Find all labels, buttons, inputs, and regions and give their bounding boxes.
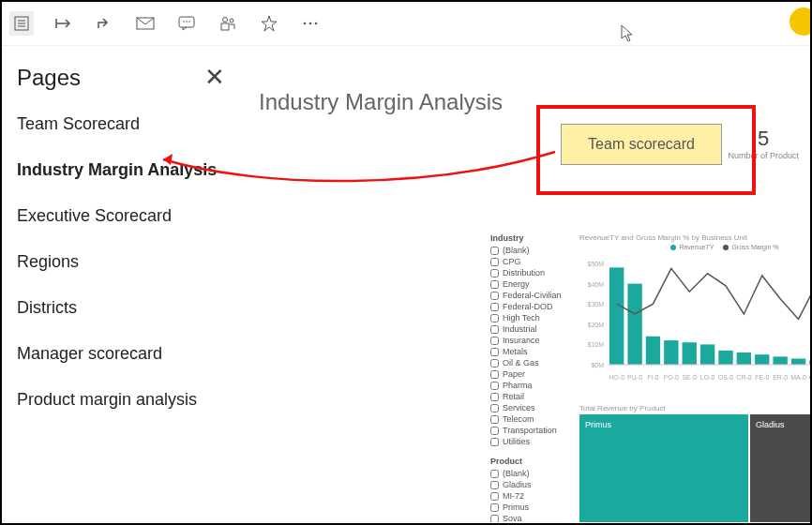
industry-filter-title: Industry [490,233,575,243]
checkbox[interactable] [490,382,499,390]
svg-text:MA-0: MA-0 [790,374,806,381]
industry-option[interactable]: Telecom [490,413,575,425]
checkbox[interactable] [490,258,499,266]
favorite-icon[interactable] [257,11,281,36]
teams-icon[interactable] [216,11,240,36]
checkbox[interactable] [490,303,499,311]
industry-filter: Industry (Blank)CPGDistributionEnergyFed… [490,233,575,522]
checkbox[interactable] [490,492,499,501]
industry-option[interactable]: Industrial [490,323,575,335]
option-label: MI-72 [503,490,524,502]
chat-icon[interactable] [174,11,199,36]
checkbox[interactable] [490,359,499,368]
export-icon[interactable] [51,11,75,36]
treemap-title: Total Revenue by Product [579,404,810,412]
industry-option[interactable]: Pharma [490,380,575,391]
checkbox[interactable] [490,292,499,300]
option-label: Industrial [503,323,537,335]
svg-rect-30 [627,284,641,365]
product-option[interactable]: MI-72 [490,490,575,502]
checkbox[interactable] [490,503,499,512]
checkbox[interactable] [490,515,499,523]
industry-option[interactable]: Federal-DOD [490,301,575,312]
page-item-team-scorecard[interactable]: Team Scorecard [2,101,240,147]
page-item-executive-scorecard[interactable]: Executive Scorecard [2,193,240,239]
industry-option[interactable]: Oil & Gas [490,357,575,368]
option-label: CPG [503,256,521,267]
product-option[interactable]: Gladius [490,479,575,490]
option-label: Metals [503,346,528,357]
mail-icon[interactable] [133,11,158,36]
combo-chart-svg: $50M$40M$30M$20M$10M$0M80%60%40%20%0%-20… [579,254,810,385]
checkbox[interactable] [490,337,499,345]
page-item-manager-scorecard[interactable]: Manager scorecard [2,331,240,377]
page-item-regions[interactable]: Regions [2,239,240,285]
option-label: Pharma [503,380,533,391]
pages-pane-button[interactable] [9,11,34,36]
industry-option[interactable]: Distribution [490,267,575,278]
combo-chart[interactable]: RevenueTY and Gross Margin % by Business… [579,233,810,389]
more-icon[interactable] [298,11,323,36]
industry-option[interactable]: Transportation [490,425,575,436]
product-option[interactable]: Sova [490,513,575,522]
svg-point-12 [230,19,233,22]
industry-option[interactable]: Services [490,402,575,413]
page-item-industry-margin[interactable]: Industry Margin Analysis [2,147,240,193]
checkbox[interactable] [490,393,499,401]
checkbox[interactable] [490,269,499,278]
industry-option[interactable]: CPG [490,256,575,267]
checkbox[interactable] [490,325,499,334]
treemap-chart[interactable]: Total Revenue by Product PrimusGladius(B… [579,404,810,522]
svg-text:CR-0: CR-0 [736,374,751,381]
svg-point-14 [304,22,307,25]
checkbox[interactable] [490,247,499,255]
industry-option[interactable]: Retail [490,391,575,402]
checkbox[interactable] [490,481,499,489]
product-option[interactable]: (Blank) [490,468,575,479]
svg-text:FE-0: FE-0 [755,374,769,381]
svg-rect-35 [718,351,732,365]
svg-rect-39 [791,359,805,365]
legend-margin: Gross Margin % [731,244,778,250]
industry-option[interactable]: Federal-Civilian [490,290,575,301]
svg-rect-13 [221,23,229,30]
checkbox[interactable] [490,280,499,289]
svg-text:Primus: Primus [585,420,612,429]
svg-rect-33 [683,342,697,365]
page-item-districts[interactable]: Districts [2,285,240,331]
checkbox[interactable] [490,415,499,424]
svg-rect-37 [755,354,769,365]
product-filter-title: Product [490,457,575,466]
industry-option[interactable]: Insurance [490,335,575,346]
svg-text:$40M: $40M [587,281,604,288]
industry-option[interactable]: Energy [490,278,575,290]
checkbox[interactable] [490,370,499,379]
svg-rect-76 [579,414,748,522]
avatar[interactable] [789,8,812,36]
checkbox[interactable] [490,470,499,478]
option-label: Oil & Gas [503,357,539,368]
option-label: Distribution [503,267,545,278]
option-label: Primus [503,502,529,513]
svg-point-8 [183,21,185,22]
checkbox[interactable] [490,438,499,446]
industry-option[interactable]: (Blank) [490,245,575,256]
industry-option[interactable]: Paper [490,368,575,380]
industry-option[interactable]: Utilities [490,436,575,447]
option-label: Telecom [503,413,534,425]
svg-text:OS-0: OS-0 [718,374,733,381]
industry-option[interactable]: Metals [490,346,575,357]
industry-option[interactable]: High Tech [490,312,575,323]
combo-chart-title: RevenueTY and Gross Margin % by Business… [579,233,810,242]
checkbox[interactable] [490,348,499,356]
page-item-product-margin[interactable]: Product margin analysis [2,377,240,423]
share-icon[interactable] [92,11,116,36]
checkbox[interactable] [490,404,499,412]
checkbox[interactable] [490,427,499,435]
option-label: Energy [503,278,530,290]
svg-rect-34 [700,345,714,366]
product-option[interactable]: Primus [490,502,575,513]
close-icon[interactable]: ✕ [204,63,225,92]
option-label: Gladius [503,479,532,490]
checkbox[interactable] [490,314,499,322]
